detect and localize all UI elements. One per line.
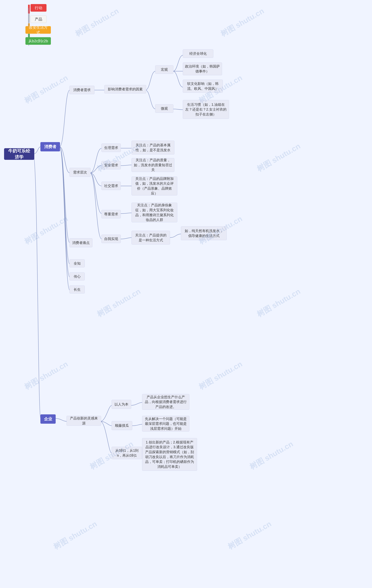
macro-node: 宏观 xyxy=(155,65,173,74)
watermark: 树图 shutu.cn xyxy=(22,214,70,247)
chuan-xin-node: 传心 xyxy=(69,273,85,280)
watermark: 树图 shutu.cn xyxy=(255,141,302,174)
social-detail-node: 关注点：产品的品牌附加值，如，洗发水的大众评价（产品形象、品牌效应） xyxy=(131,177,177,195)
people-first-node: 以人为本 xyxy=(112,400,131,409)
shunteng-node: 顺藤摸瓜 xyxy=(112,421,132,430)
watermark: 树图 shutu.cn xyxy=(248,439,295,472)
demand-levels-node: 需求层次 xyxy=(69,168,91,177)
mindmap-container: 树图 shutu.cn 树图 shutu.cn 树图 shutu.cn 树图 s… xyxy=(0,0,372,588)
watermark: 树图 shutu.cn xyxy=(226,519,273,552)
bar-action xyxy=(28,5,30,14)
safe-node: 安全需求 xyxy=(101,161,121,169)
tag-action: 行动 xyxy=(31,4,46,12)
bar-product xyxy=(28,14,30,23)
root-node: 牛奶可乐经济学 xyxy=(4,148,34,160)
tag-change: 改变生活方式 xyxy=(25,26,51,34)
soft-culture-node: 软文化影响（如，韩流、欧风、中国风） xyxy=(183,80,223,93)
consumer-pain-node: 消费者痛点 xyxy=(69,238,92,247)
enterprise-node: 企业 xyxy=(40,414,56,424)
economic-globalization-node: 经济全球化 xyxy=(183,49,213,58)
influence-factors-node: 影响消费者需求的因素 xyxy=(104,85,146,94)
physio-detail-node: 关注点：产品的基本属性，如，是不是洗发水 xyxy=(131,141,174,154)
watermark: 树图 shutu.cn xyxy=(73,6,121,39)
respect-detail-node: 关注点：产品的身份象征，如，用大宝系列化妆品，和用雅诗兰黛系列化妆品的人群 xyxy=(131,203,177,222)
political-environment-node: 政治环境（如，韩国萨德事件） xyxy=(183,63,222,75)
tag-product: 产品 xyxy=(31,15,46,23)
consumer-node: 消费者 xyxy=(40,142,60,151)
self-detail-node: 关注点：产品提供的是一种生活方式 xyxy=(131,231,170,244)
zero-to-one-node: 从0到1，从1到n，再从0到1 xyxy=(112,447,142,459)
social-node: 社交需求 xyxy=(101,182,121,190)
chang-sheng-node: 长生 xyxy=(69,285,85,294)
life-habits-node: 生活习惯（如，1.油箱在左？还是右？2.女士衬衣的扣子在左侧） xyxy=(183,100,229,119)
shunteng-detail-node: 先从解决一个问题（可能是最深层需求问题，也可能是浅层需求问题）开始 xyxy=(142,416,189,431)
watermark: 树图 shutu.cn xyxy=(255,286,302,319)
respect-node: 尊重需求 xyxy=(101,210,121,218)
watermark: 树图 shutu.cn xyxy=(52,519,99,552)
product-innovation-node: 产品创新的灵感来源 xyxy=(66,416,101,426)
watermark: 树图 shutu.cn xyxy=(197,359,244,392)
micro-node: 微观 xyxy=(155,104,173,113)
quan-zhi-node: 全知 xyxy=(69,259,85,267)
watermark: 树图 shutu.cn xyxy=(95,286,142,319)
zero-detail-node: 1.创出新的产品；2.根据现有产品进行改良设计，3.通过改良版产品探索新的营销模… xyxy=(142,438,197,471)
watermark: 树图 shutu.cn xyxy=(219,6,266,39)
people-first-detail-node: 产品从企业想生产什么产品，向根据消费者需求进行产品的改进。 xyxy=(142,394,189,410)
watermark: 树图 shutu.cn xyxy=(22,73,70,106)
self-node: 自我实现 xyxy=(101,235,121,243)
tag-b2c: 从b2c到c2b xyxy=(25,37,51,45)
watermark: 树图 shutu.cn xyxy=(22,359,70,392)
consumer-demand-node: 消费者需求 xyxy=(69,86,95,94)
self-example-node: 如，纯天然有机洗发水，倡导健康的生活方式 xyxy=(181,226,227,240)
safe-detail-node: 关注点：产品的质量，如，洗发水的质量知否过关 xyxy=(131,158,174,172)
physio-node: 生理需求 xyxy=(101,144,121,152)
